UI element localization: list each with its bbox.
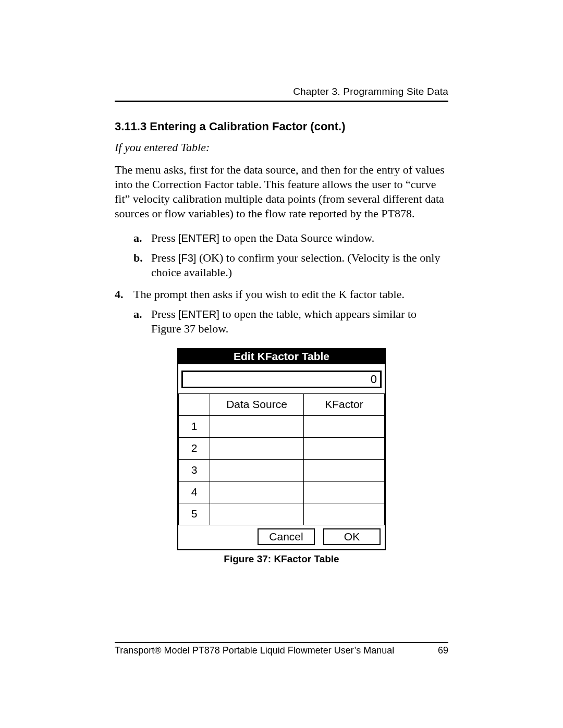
row-index: 1: [179, 415, 210, 437]
step-b-pre: Press: [151, 251, 178, 264]
step-a-text: Press [ENTER] to open the Data Source wi…: [151, 231, 374, 245]
row-index: 2: [179, 437, 210, 459]
row-index: 5: [179, 503, 210, 525]
dialog-title: Edit KFactor Table: [178, 349, 385, 364]
step-4-block: 4. The prompt then asks if you wish to e…: [115, 287, 448, 336]
row-kfactor[interactable]: [304, 415, 385, 437]
footer-page-number: 69: [438, 645, 448, 656]
figure-caption: Figure 37: KFactor Table: [177, 553, 386, 565]
footer-rule: [115, 642, 448, 643]
page-footer: Transport® Model PT878 Portable Liquid F…: [115, 642, 448, 656]
table-row[interactable]: 5: [179, 503, 385, 525]
step-4: 4. The prompt then asks if you wish to e…: [115, 287, 448, 302]
dialog-button-row: Cancel OK: [178, 525, 385, 549]
enter-key: [ENTER]: [178, 232, 219, 244]
intro-paragraph: The menu asks, first for the data source…: [115, 163, 448, 221]
row-data-source[interactable]: [210, 415, 304, 437]
row-index: 3: [179, 459, 210, 481]
step-4-sublist: a. Press [ENTER] to open the table, whic…: [133, 307, 448, 336]
step-4a-marker: a.: [133, 307, 151, 336]
row-kfactor[interactable]: [304, 503, 385, 525]
ok-button[interactable]: OK: [323, 528, 381, 545]
step-4a: a. Press [ENTER] to open the table, whic…: [133, 307, 448, 336]
table-row[interactable]: 4: [179, 481, 385, 503]
row-kfactor[interactable]: [304, 481, 385, 503]
step-b-text: Press [F3] (OK) to confirm your selectio…: [151, 251, 448, 280]
step-a-post: to open the Data Source window.: [219, 231, 374, 244]
figure-37: Edit KFactor Table 0 Data Source KFactor…: [177, 348, 386, 565]
table-header-row: Data Source KFactor: [179, 393, 385, 415]
kfactor-table: Data Source KFactor 1 2: [178, 393, 385, 525]
step-a: a. Press [ENTER] to open the Data Source…: [133, 231, 448, 245]
sub-list-ab: a. Press [ENTER] to open the Data Source…: [133, 231, 448, 280]
footer-manual-title: Transport® Model PT878 Portable Liquid F…: [115, 645, 394, 656]
header-rule: [115, 101, 448, 102]
step-b: b. Press [F3] (OK) to confirm your selec…: [133, 251, 448, 280]
header-kfactor: KFactor: [304, 393, 385, 415]
section-title: 3.11.3 Entering a Calibration Factor (co…: [115, 120, 448, 133]
f3-key: [F3]: [178, 252, 196, 264]
row-index: 4: [179, 481, 210, 503]
header-index: [179, 393, 210, 415]
step-4-text: The prompt then asks if you wish to edit…: [133, 287, 405, 302]
chapter-header: Chapter 3. Programming Site Data: [115, 86, 448, 97]
row-data-source[interactable]: [210, 437, 304, 459]
table-row[interactable]: 3: [179, 459, 385, 481]
step-a-pre: Press: [151, 231, 178, 244]
row-kfactor[interactable]: [304, 437, 385, 459]
step-b-marker: b.: [133, 251, 151, 280]
step-a-marker: a.: [133, 231, 151, 245]
section-subhead: If you entered Table:: [115, 141, 448, 154]
step-4a-text: Press [ENTER] to open the table, which a…: [151, 307, 448, 336]
table-row[interactable]: 2: [179, 437, 385, 459]
cancel-button[interactable]: Cancel: [258, 528, 315, 545]
enter-key-2: [ENTER]: [178, 309, 219, 320]
kfactor-dialog: Edit KFactor Table 0 Data Source KFactor…: [177, 348, 386, 550]
step-4-marker: 4.: [115, 287, 133, 302]
row-data-source[interactable]: [210, 503, 304, 525]
header-data-source: Data Source: [210, 393, 304, 415]
value-strip: 0: [178, 364, 385, 393]
table-row[interactable]: 1: [179, 415, 385, 437]
row-data-source[interactable]: [210, 459, 304, 481]
row-kfactor[interactable]: [304, 459, 385, 481]
value-input[interactable]: 0: [181, 371, 382, 388]
row-data-source[interactable]: [210, 481, 304, 503]
step-4a-pre: Press: [151, 307, 178, 320]
page: Chapter 3. Programming Site Data 3.11.3 …: [0, 0, 563, 728]
